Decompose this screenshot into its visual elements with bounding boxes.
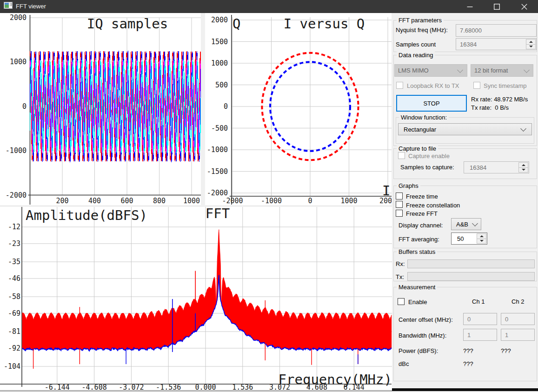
arrow-down-icon	[529, 46, 533, 47]
bandwidth-ch1-value: 1	[467, 332, 471, 339]
center-offset-label: Center offset (MHz):	[399, 316, 453, 323]
freeze-constellation-checkbox[interactable]	[396, 201, 403, 208]
maximize-button[interactable]	[486, 0, 507, 13]
minimize-icon	[467, 4, 473, 10]
tx-rate-value: 0 B/s	[495, 104, 509, 111]
samples-count-spinbox[interactable]: 16384	[456, 38, 537, 50]
svg-text:-1.536: -1.536	[156, 383, 181, 390]
capture-enable-label: Capture enable	[408, 153, 450, 159]
freeze-time-label: Freeze time	[406, 193, 438, 200]
tx-buffer-label: Tx:	[396, 273, 404, 280]
arrow-up-icon	[529, 41, 533, 43]
svg-text:-500: -500	[211, 124, 228, 133]
sync-timestamp-label: Sync timestamp	[484, 82, 526, 89]
center-offset-ch2-value: 0	[505, 316, 508, 323]
maximize-icon	[494, 4, 500, 10]
device-combobox[interactable]: LMS MIMO	[394, 64, 467, 77]
group-title: Measurement	[397, 284, 437, 291]
spin-down-button[interactable]	[518, 168, 528, 173]
samples-to-capture-spin-buttons	[518, 162, 528, 173]
svg-text:-1000: -1000	[261, 197, 282, 205]
arrow-down-icon	[480, 240, 484, 242]
bandwidth-ch1-input[interactable]: 1	[463, 329, 497, 341]
spin-up-button[interactable]	[477, 233, 486, 239]
fft-plot[interactable]: -12-23-35-46-58-69-81-92-104-6.144-4.608…	[0, 207, 392, 390]
svg-text:-35: -35	[8, 258, 20, 266]
arrow-down-icon	[522, 169, 525, 171]
chevron-down-icon	[457, 67, 463, 73]
format-combobox[interactable]: 12 bit format	[471, 64, 533, 77]
ch1-header: Ch 1	[472, 298, 485, 305]
bandwidth-ch2-value: 1	[505, 332, 508, 339]
spin-down-button[interactable]	[526, 45, 536, 50]
measurement-enable-label: Enable	[408, 299, 427, 306]
group-title: FFT parameters	[397, 17, 444, 24]
display-channel-combobox[interactable]: A&B	[451, 218, 481, 230]
svg-text:-2000: -2000	[207, 189, 228, 197]
freeze-time-checkbox[interactable]	[396, 193, 403, 199]
capture-enable-checkbox[interactable]	[398, 152, 405, 159]
svg-text:I: I	[382, 183, 390, 199]
window-function-combobox[interactable]: Rectangular	[398, 123, 532, 135]
power-ch1-value: ???	[463, 347, 473, 354]
spin-up-button[interactable]	[518, 162, 528, 168]
svg-text:-23: -23	[8, 239, 20, 248]
loopback-checkbox[interactable]	[396, 82, 403, 89]
bandwidth-ch2-input[interactable]: 1	[501, 329, 535, 341]
group-title: Graphs	[397, 182, 420, 189]
svg-text:0: 0	[308, 197, 312, 205]
rx-buffer-progressbar	[407, 259, 535, 268]
center-offset-ch2-input[interactable]: 0	[501, 313, 535, 325]
svg-text:Amplitude(dBFS): Amplitude(dBFS)	[26, 207, 147, 223]
svg-text:-6.144: -6.144	[45, 383, 70, 390]
svg-text:1000: 1000	[211, 59, 228, 67]
nyquist-freq-label: Nyquist freq (MHz):	[396, 27, 448, 33]
measurement-enable-checkbox[interactable]	[398, 298, 405, 305]
app-icon	[4, 2, 13, 9]
fft-averaging-spin-buttons	[477, 233, 486, 244]
dbc-label: dBc	[399, 360, 409, 367]
svg-text:-69: -69	[8, 309, 20, 318]
svg-text:IQ samples: IQ samples	[87, 16, 168, 32]
svg-text:Frequency(MHz): Frequency(MHz)	[279, 372, 392, 387]
svg-text:-12: -12	[8, 223, 20, 231]
freeze-fft-label: Freeze FFT	[406, 210, 438, 217]
rx-rate-value: 48.972 MB/s	[494, 96, 528, 103]
spin-up-button[interactable]	[526, 39, 536, 45]
title-bar: FFT viewer	[0, 0, 538, 13]
svg-text:-2000: -2000	[6, 191, 27, 199]
svg-text:-92: -92	[8, 344, 20, 352]
svg-text:0: 0	[224, 102, 228, 111]
svg-text:1000: 1000	[340, 197, 357, 205]
svg-text:0.000: 0.000	[195, 383, 216, 390]
tx-buffer-progressbar	[407, 272, 535, 281]
center-offset-ch1-input[interactable]: 0	[463, 313, 497, 325]
arrow-up-icon	[480, 235, 484, 237]
samples-to-capture-spinbox[interactable]: 16384	[464, 161, 529, 173]
ch2-header: Ch 2	[511, 298, 524, 305]
minimize-button[interactable]	[459, 0, 480, 13]
stop-button-label: STOP	[423, 100, 439, 107]
spin-down-button[interactable]	[477, 239, 486, 244]
svg-text:-3.072: -3.072	[119, 383, 144, 390]
freeze-fft-checkbox[interactable]	[396, 210, 403, 217]
sync-timestamp-checkbox[interactable]	[473, 82, 480, 89]
chevron-down-icon	[524, 67, 530, 73]
chevron-down-icon	[520, 126, 526, 132]
samples-count-label: Samples count	[396, 41, 436, 48]
svg-text:0: 0	[22, 102, 27, 111]
samples-count-value: 16384	[460, 41, 477, 48]
svg-text:-4.608: -4.608	[82, 383, 107, 390]
close-button[interactable]	[513, 0, 535, 13]
samples-to-capture-value: 16384	[470, 164, 486, 171]
fft-averaging-spinbox[interactable]: 50	[451, 233, 487, 245]
freeze-constellation-label: Freeze constellation	[406, 202, 460, 209]
stop-button[interactable]: STOP	[396, 95, 467, 112]
nyquist-freq-input[interactable]: 7.68000	[456, 24, 537, 37]
svg-text:400: 400	[88, 197, 101, 205]
svg-text:-46: -46	[8, 274, 20, 283]
iq-samples-plot[interactable]: 200010000-1000-20002004006008001000IQ sa…	[0, 13, 201, 205]
constellation-plot[interactable]: 2000150010005000-500-1000-1500-2000-2000…	[205, 13, 392, 205]
rx-rate-label: Rx rate: 48.972 MB/s	[471, 96, 528, 103]
svg-text:-104: -104	[4, 362, 20, 371]
